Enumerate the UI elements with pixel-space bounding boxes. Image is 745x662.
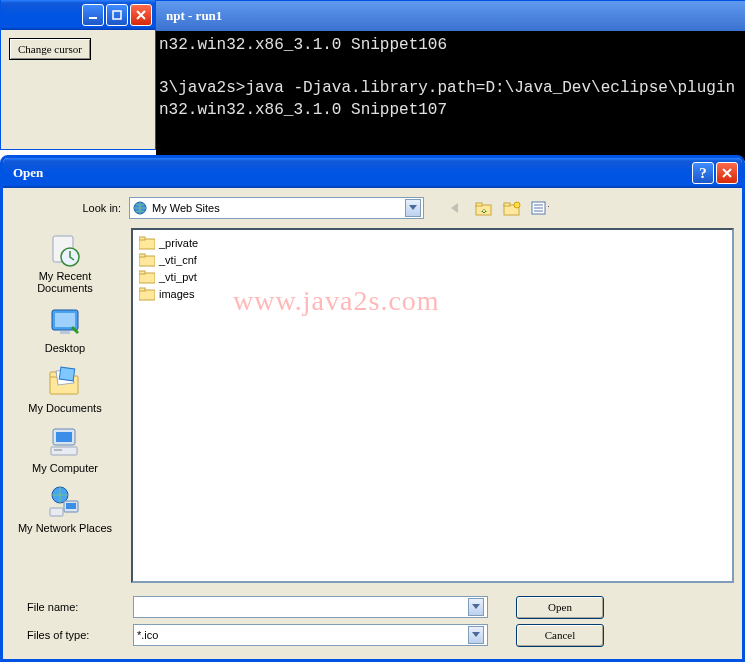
console-window: npt - run1 n32.win32.x86_3.1.0 Snippet10… [156,0,745,160]
folder-icon [139,236,155,250]
minimize-button[interactable] [82,4,104,26]
places-desktop[interactable]: Desktop [11,304,119,354]
chevron-down-icon [472,604,480,610]
svg-rect-1 [113,11,121,19]
list-item-label: _private [159,237,198,249]
places-mycomp[interactable]: My Computer [11,424,119,474]
file-type-label: Files of type: [11,629,123,641]
places-mydocs[interactable]: My Documents [11,364,119,414]
network-places-icon [47,484,83,520]
cancel-button[interactable]: Cancel [516,624,604,647]
svg-rect-34 [139,271,145,274]
look-in-label: Look in: [11,202,121,214]
maximize-button[interactable] [106,4,128,26]
places-bar: My Recent Documents Desktop My Documents [11,228,119,583]
open-dialog: Open ? Look in: My Web Sites [0,155,745,662]
list-item-label: images [159,288,194,300]
list-item[interactable]: _vti_cnf [137,251,728,268]
look-in-combo[interactable]: My Web Sites [129,197,424,219]
console-output: n32.win32.x86_3.1.0 Snippet106 3\java2s>… [156,31,745,161]
dialog-close-button[interactable] [716,162,738,184]
svg-rect-15 [55,313,75,327]
svg-rect-24 [54,449,62,451]
look-in-dropdown-button[interactable] [405,199,421,217]
file-type-value: *.ico [137,629,468,641]
up-one-level-button[interactable] [475,199,493,217]
svg-rect-6 [504,203,510,206]
places-network[interactable]: My Network Places [11,484,119,534]
svg-rect-4 [476,203,482,206]
my-documents-icon [47,364,83,400]
svg-rect-28 [50,508,63,516]
places-recent-label: My Recent Documents [11,270,119,294]
svg-rect-16 [60,331,70,334]
console-titlebar[interactable]: npt - run1 [156,1,745,31]
list-item-label: _vti_cnf [159,254,197,266]
svg-rect-22 [56,432,72,442]
svg-rect-27 [66,503,76,509]
folder-icon [139,253,155,267]
chevron-down-icon [472,632,480,638]
file-name-dropdown-button[interactable] [468,598,484,616]
svg-rect-20 [59,367,75,381]
list-item[interactable]: _vti_pvt [137,268,728,285]
help-button[interactable]: ? [692,162,714,184]
look-in-value: My Web Sites [152,202,220,214]
file-name-input[interactable] [133,596,488,618]
new-folder-button[interactable] [503,199,521,217]
chevron-down-icon [409,205,417,211]
folder-icon [139,270,155,284]
change-cursor-button[interactable]: Change cursor [9,38,91,60]
svg-rect-32 [139,254,145,257]
app-titlebar[interactable] [1,0,155,30]
file-name-label: File name: [11,601,123,613]
open-button[interactable]: Open [516,596,604,619]
dialog-titlebar[interactable]: Open ? [3,158,742,188]
back-button[interactable] [447,199,465,217]
list-item-label: _vti_pvt [159,271,197,283]
places-desktop-label: Desktop [45,342,85,354]
list-item[interactable]: _private [137,234,728,251]
svg-rect-36 [139,288,145,291]
my-computer-icon [47,424,83,460]
svg-rect-30 [139,237,145,240]
desktop-icon [47,304,83,340]
file-list[interactable]: _private _vti_cnf _vti_pvt images www.ja… [131,228,734,583]
close-button[interactable] [130,4,152,26]
places-mydocs-label: My Documents [28,402,101,414]
app-window: Change cursor [0,0,156,150]
list-item[interactable]: images [137,285,728,302]
view-menu-button[interactable] [531,199,549,217]
recent-documents-icon [47,232,83,268]
file-type-dropdown-button[interactable] [468,626,484,644]
svg-rect-0 [89,17,97,19]
dialog-title: Open [13,165,692,181]
svg-point-7 [514,202,520,208]
globe-folder-icon [132,200,148,216]
places-mycomp-label: My Computer [32,462,98,474]
places-network-label: My Network Places [18,522,112,534]
folder-icon [139,287,155,301]
places-recent[interactable]: My Recent Documents [11,232,119,294]
file-type-combo[interactable]: *.ico [133,624,488,646]
